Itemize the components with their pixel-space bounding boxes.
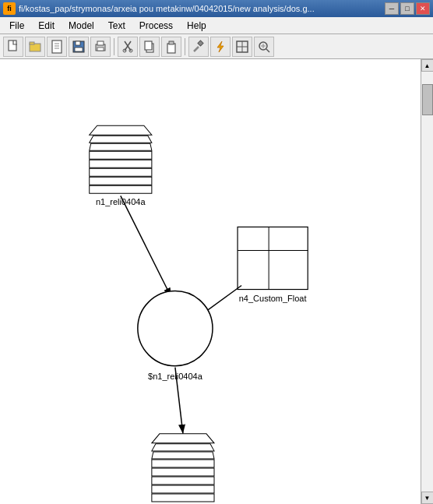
title-text: fi/kostas_pap/strymonas/arxeia pou metak…	[19, 4, 315, 13]
minimize-button[interactable]: ─	[385, 2, 399, 15]
cut-button[interactable]	[118, 37, 138, 57]
edge-n1-to-circle	[121, 196, 171, 297]
svg-marker-43	[152, 434, 214, 443]
title-bar: fi fi/kostas_pap/strymonas/arxeia pou me…	[0, 0, 433, 17]
save-button[interactable]	[69, 37, 89, 57]
open-button[interactable]	[25, 37, 45, 57]
menu-bar: File Edit Model Text Process Help	[0, 17, 433, 34]
svg-point-42	[138, 291, 213, 366]
new-button[interactable]	[3, 37, 23, 57]
svg-marker-48	[152, 477, 214, 485]
toolbar-separator-2	[185, 38, 185, 55]
menu-text[interactable]: Text	[102, 19, 132, 33]
svg-rect-20	[169, 41, 174, 44]
scroll-thumb[interactable]	[422, 84, 433, 115]
paste-button[interactable]	[161, 37, 181, 57]
canvas-area[interactable]: n1_reli0404a n4_Custom_Float $n1_reli040…	[0, 59, 421, 504]
menu-edit[interactable]: Edit	[32, 19, 61, 33]
svg-marker-36	[90, 168, 152, 176]
menu-file[interactable]: File	[3, 19, 30, 33]
svg-marker-49	[152, 485, 214, 493]
svg-rect-39	[238, 227, 308, 289]
menu-model[interactable]: Model	[62, 19, 100, 33]
svg-rect-18	[145, 41, 152, 50]
tool-expand[interactable]	[232, 37, 252, 57]
app-icon: fi	[3, 2, 16, 15]
title-bar-left: fi fi/kostas_pap/strymonas/arxeia pou me…	[3, 2, 315, 15]
svg-marker-35	[90, 160, 152, 167]
tool-lightning[interactable]	[210, 37, 231, 57]
svg-marker-31	[90, 125, 152, 135]
menu-process[interactable]: Process	[133, 19, 179, 33]
svg-marker-37	[90, 177, 152, 185]
diagram-canvas: n1_reli0404a n4_Custom_Float $n1_reli040…	[0, 59, 421, 504]
tool-zoom[interactable]	[254, 37, 274, 57]
svg-rect-0	[9, 41, 16, 51]
svg-marker-38	[90, 185, 152, 193]
svg-line-22	[194, 47, 199, 51]
node-circle[interactable]: $n1_reli0404a	[138, 291, 213, 381]
toolbar	[0, 34, 433, 59]
svg-marker-44	[152, 444, 214, 451]
toolbar-separator-1	[114, 38, 114, 55]
window-controls[interactable]: ─ □ ✕	[385, 2, 430, 15]
svg-rect-21	[198, 40, 203, 45]
svg-marker-47	[152, 468, 214, 476]
close-button[interactable]: ✕	[416, 2, 430, 15]
node-n1-reli0404a[interactable]: n1_reli0404a	[90, 125, 152, 206]
node-n3-dos0404[interactable]: n3_dos0404	[152, 434, 214, 504]
node-n4-custom-float[interactable]: n4_Custom_Float	[238, 227, 308, 302]
svg-rect-3	[52, 41, 62, 53]
svg-marker-50	[152, 494, 214, 502]
svg-line-28	[266, 49, 269, 52]
svg-marker-33	[90, 143, 152, 150]
svg-marker-34	[90, 151, 152, 159]
print-button[interactable]	[90, 37, 111, 57]
main-area: n1_reli0404a n4_Custom_Float $n1_reli040…	[0, 59, 433, 504]
node-n1-label: n1_reli0404a	[96, 197, 146, 206]
svg-marker-45	[152, 452, 214, 459]
svg-marker-46	[152, 460, 214, 467]
scroll-up-button[interactable]: ▲	[421, 59, 434, 72]
svg-marker-32	[90, 136, 152, 143]
svg-rect-9	[75, 48, 83, 51]
svg-rect-19	[167, 44, 175, 53]
copy-button[interactable]	[139, 37, 160, 57]
svg-rect-12	[97, 48, 104, 51]
scroll-down-button[interactable]: ▼	[421, 492, 434, 504]
svg-rect-11	[97, 41, 104, 45]
tool-hammer[interactable]	[188, 37, 209, 57]
svg-rect-8	[76, 41, 80, 45]
svg-marker-23	[217, 41, 224, 52]
menu-help[interactable]: Help	[181, 19, 213, 33]
page-button[interactable]	[47, 37, 67, 57]
maximize-button[interactable]: □	[400, 2, 414, 15]
node-n4-label: n4_Custom_Float	[239, 294, 307, 303]
svg-rect-2	[30, 42, 34, 44]
vertical-scrollbar[interactable]: ▲ ▼	[421, 59, 433, 504]
